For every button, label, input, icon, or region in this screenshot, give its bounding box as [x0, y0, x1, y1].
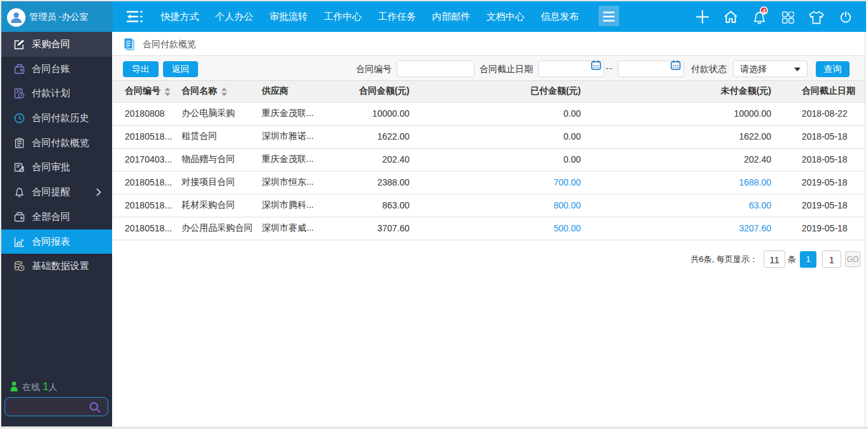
svg-text:4: 4	[21, 168, 23, 172]
